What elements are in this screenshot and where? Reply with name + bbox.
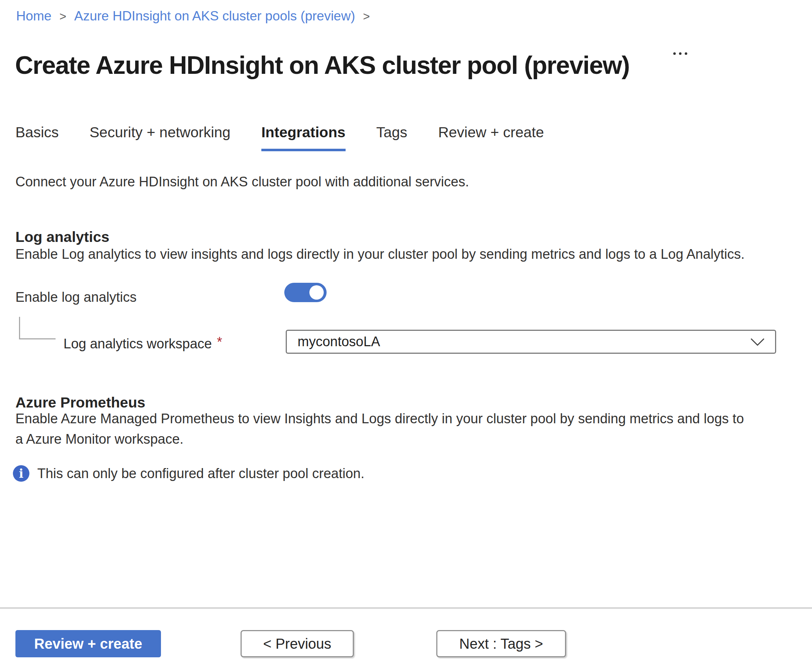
breadcrumb-separator-icon: > — [363, 8, 370, 24]
wizard-tabs: Basics Security + networking Integration… — [15, 124, 544, 151]
info-message-row: i This can only be configured after clus… — [13, 465, 365, 482]
ellipsis-dot — [679, 52, 682, 55]
info-message-text: This can only be configured after cluste… — [37, 466, 365, 481]
tab-security-networking[interactable]: Security + networking — [90, 124, 230, 151]
page-title: Create Azure HDInsight on AKS cluster po… — [15, 51, 629, 80]
required-asterisk: * — [217, 334, 222, 350]
review-create-button[interactable]: Review + create — [15, 630, 161, 657]
breadcrumb: Home > Azure HDInsight on AKS cluster po… — [16, 8, 370, 24]
next-tags-button[interactable]: Next : Tags > — [436, 630, 566, 657]
info-icon: i — [13, 465, 29, 482]
toggle-knob-icon — [309, 285, 324, 300]
dropdown-selected-value: mycontosoLA — [298, 334, 380, 350]
description-line: Enable Azure Managed Prometheus to view … — [15, 409, 744, 429]
field-label-text: Log analytics workspace — [63, 336, 212, 351]
log-analytics-workspace-label: Log analytics workspace* — [63, 336, 222, 351]
breadcrumb-link-cluster-pools[interactable]: Azure HDInsight on AKS cluster pools (pr… — [74, 8, 355, 24]
ellipsis-dot — [673, 52, 676, 55]
description-line: a Azure Monitor workspace. — [15, 429, 744, 449]
log-analytics-description: Enable Log analytics to view insights an… — [15, 247, 745, 262]
log-analytics-heading: Log analytics — [15, 229, 109, 246]
breadcrumb-separator-icon: > — [60, 8, 67, 24]
tab-review-create[interactable]: Review + create — [438, 124, 544, 151]
create-cluster-pool-page: Home > Azure HDInsight on AKS cluster po… — [0, 0, 812, 672]
indent-connector — [19, 317, 56, 339]
ellipsis-dot — [685, 52, 687, 55]
more-options-icon[interactable] — [670, 49, 690, 58]
breadcrumb-link-home[interactable]: Home — [16, 8, 52, 24]
intro-text: Connect your Azure HDInsight on AKS clus… — [15, 174, 469, 189]
azure-prometheus-description: Enable Azure Managed Prometheus to view … — [15, 409, 744, 449]
tab-basics[interactable]: Basics — [15, 124, 59, 151]
tab-integrations[interactable]: Integrations — [261, 124, 346, 151]
log-analytics-workspace-dropdown[interactable]: mycontosoLA — [286, 330, 776, 354]
footer-divider — [0, 607, 812, 609]
tab-tags[interactable]: Tags — [377, 124, 408, 151]
enable-log-analytics-label: Enable log analytics — [15, 290, 136, 305]
enable-log-analytics-toggle[interactable] — [284, 283, 327, 302]
previous-button[interactable]: < Previous — [241, 630, 354, 657]
chevron-down-icon — [750, 337, 765, 346]
